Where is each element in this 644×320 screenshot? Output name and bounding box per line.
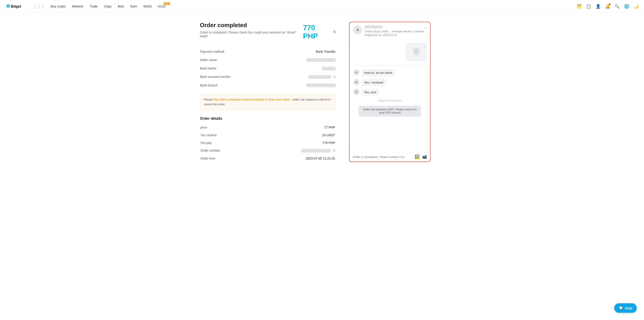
bank-branch-value: [268, 81, 336, 89]
seller-name-value: [268, 56, 336, 64]
nav-earn[interactable]: Earn: [130, 5, 137, 8]
msg-bubble-1: Yes, I received: [361, 79, 386, 86]
theme-icon[interactable]: 🌙: [634, 4, 638, 9]
you-receive-row: You receive 10 USDT: [200, 132, 335, 139]
nav-links: Buy crypto Markets Trade Copy Bots Earn …: [51, 5, 576, 8]
orders-icon[interactable]: 📋: [586, 4, 591, 9]
msg-avatar-2: A: [353, 89, 360, 95]
chat-image-placeholder: [406, 43, 426, 61]
seller-name-row: Seller name:: [200, 56, 336, 64]
you-pay-row: You pay 770 PHP: [200, 139, 335, 146]
bank-account-copy-icon[interactable]: ⧉: [333, 75, 336, 79]
amount-copy-icon[interactable]: ⧉: [333, 30, 336, 34]
order-number-row: Order number ⧉: [200, 147, 335, 154]
bank-branch-label: Bank branch: [200, 81, 268, 89]
bank-account-row: Bank account number ⧉: [200, 73, 336, 81]
price-row: price 77 PHP: [200, 124, 335, 131]
chat-avg-release: Average release 1 minutes: [392, 30, 424, 33]
msg-bubble-2: Yes, sure: [361, 89, 379, 96]
payment-details-table: Payment method: Bank Transfer Seller nam…: [200, 48, 336, 89]
nav-right-icons: 🗂️ 📋 👤 🔔 🔍 🌐 🌙: [576, 4, 638, 9]
order-number-label: Order number: [200, 147, 250, 154]
amount-display: 770 PHP ⧉: [303, 24, 336, 40]
warning-box: Please Pay with a payment method enabled…: [200, 94, 336, 110]
nav-web3[interactable]: Web3: [143, 5, 152, 8]
price-value: 77 PHP: [250, 124, 335, 131]
chat-divider: [353, 65, 426, 66]
chat-user-info: Trades (buy1 |sell4) Average release 1 m…: [364, 25, 426, 37]
chat-image-upload-icon[interactable]: 🖼️: [415, 154, 420, 159]
payment-method-value: Bank Transfer: [268, 48, 336, 56]
chat-message-1: A Yes, I received: [353, 79, 426, 86]
msg-avatar-1: A: [353, 79, 360, 85]
bank-account-label: Bank account number: [200, 73, 268, 81]
chat-more-icon[interactable]: ···: [424, 25, 427, 30]
language-icon[interactable]: 🌐: [624, 4, 629, 9]
notification-icon[interactable]: 🔔: [605, 4, 610, 9]
order-number-copy-icon[interactable]: ⧉: [333, 149, 335, 152]
wallet-icon[interactable]: 🗂️: [576, 4, 582, 9]
chat-avatar: A: [353, 25, 362, 34]
you-receive-value: 10 USDT: [250, 132, 335, 139]
navbar: Bitget ⋮⋮⋮ Buy crypto Markets Trade Copy…: [0, 0, 644, 13]
search-icon[interactable]: 🔍: [614, 4, 620, 9]
bank-name-value: [268, 64, 336, 72]
nav-buy-crypto[interactable]: Buy crypto: [51, 5, 66, 8]
chat-trades: Trades (buy1 |sell4): [364, 30, 388, 33]
order-time-label: Order time: [200, 155, 250, 162]
bank-name-blurred: [322, 67, 336, 70]
svg-text:Bitget: Bitget: [11, 5, 21, 8]
chat-message-0: A Hold on, let me check: [353, 69, 426, 76]
bank-name-row: Bank Name: [200, 64, 336, 72]
system-message: Seller has released USDT. Please check i…: [359, 106, 421, 117]
chat-input[interactable]: [353, 155, 412, 159]
msg-bubble-0: Hold on, let me check: [361, 69, 395, 76]
user-icon[interactable]: 👤: [596, 4, 600, 9]
you-pay-value: 770 PHP: [250, 139, 335, 146]
seller-name-blurred: [306, 58, 336, 62]
grid-icon[interactable]: ⋮⋮⋮: [33, 4, 45, 9]
main-container: Order completed Order is completed. Plea…: [164, 13, 480, 172]
payment-method-row: Payment method: Bank Transfer: [200, 48, 336, 56]
warning-link[interactable]: Pay with a payment method enabled in you…: [214, 98, 290, 101]
you-receive-label: You receive: [200, 132, 250, 139]
you-pay-label: You pay: [200, 139, 250, 146]
order-subtitle: Order is completed. Please check the cry…: [200, 31, 303, 38]
order-header-row: Order completed Order is completed. Plea…: [200, 22, 336, 40]
order-title-block: Order completed Order is completed. Plea…: [200, 22, 303, 39]
order-details-title: Order details: [200, 117, 336, 121]
chat-image-area: [353, 43, 426, 61]
msg-avatar-0: A: [353, 69, 360, 76]
bank-account-value: ⧉: [268, 73, 336, 81]
order-number-value: ⧉: [250, 147, 335, 154]
nav-trade[interactable]: Trade: [90, 5, 98, 8]
svg-rect-1: [413, 48, 419, 56]
chat-message-2: A Yes, sure: [353, 89, 426, 96]
chat-timestamp: 2023-07-05 11:54:30: [353, 99, 426, 102]
amount-value: 770 PHP: [303, 24, 331, 40]
order-time-row: Order time 2023-07-05 11:21:31: [200, 155, 335, 162]
nav-kcgi[interactable]: KCGI HOT: [158, 5, 166, 8]
logo[interactable]: Bitget: [6, 3, 26, 10]
hot-badge: HOT: [164, 2, 170, 5]
chat-video-icon[interactable]: 📹: [422, 154, 427, 159]
chat-panel: A Trades (buy1 |sell4) Average release 1…: [349, 22, 430, 162]
chat-input-area[interactable]: 🖼️ 📹: [350, 152, 430, 162]
right-panel: A Trades (buy1 |sell4) Average release 1…: [349, 22, 430, 162]
nav-markets[interactable]: Markets: [72, 5, 83, 8]
notification-dot: [609, 4, 610, 5]
price-label: price: [200, 124, 250, 131]
nav-bots[interactable]: Bots: [118, 5, 124, 8]
order-title: Order completed: [200, 22, 303, 29]
nav-copy[interactable]: Copy: [104, 5, 112, 8]
chat-username-blurred: [364, 25, 382, 29]
bank-branch-blurred: [306, 84, 336, 87]
chat-header: A Trades (buy1 |sell4) Average release 1…: [350, 22, 430, 40]
bank-branch-row: Bank branch: [200, 81, 336, 89]
chat-registered: Registered on: 2022-03-14: [364, 34, 426, 37]
bank-name-label: Bank Name: [200, 64, 268, 72]
order-number-blurred: [301, 149, 330, 153]
left-panel: Order completed Order is completed. Plea…: [200, 22, 336, 162]
warning-prefix: Please: [204, 98, 214, 101]
order-time-value: 2023-07-05 11:21:31: [250, 155, 335, 162]
